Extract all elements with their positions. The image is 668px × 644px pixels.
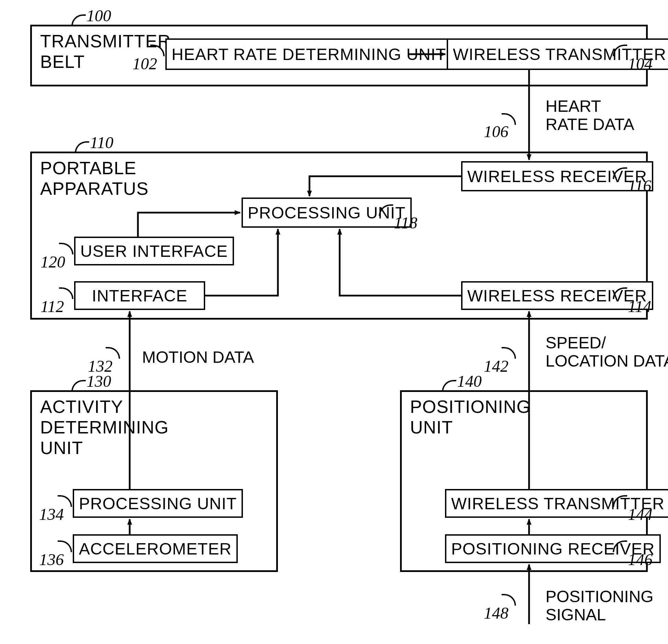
ref-104: 104 xyxy=(628,54,653,73)
ref-134: 134 xyxy=(39,505,64,524)
ref-106: 106 xyxy=(484,122,508,141)
box-hr-determining-unit: HEART RATE DETERMINING UNIT xyxy=(165,38,452,70)
ref-140: 140 xyxy=(457,372,482,391)
ref-120: 120 xyxy=(40,252,65,271)
ref-100: 100 xyxy=(86,6,111,25)
ref-hook xyxy=(442,380,456,392)
ref-hook xyxy=(71,380,86,392)
ref-118: 118 xyxy=(394,213,417,232)
signal-positioning: POSITIONING SIGNAL xyxy=(546,588,654,624)
ref-142: 142 xyxy=(484,357,508,375)
box-user-interface: USER INTERFACE xyxy=(74,237,234,265)
signal-speed-location: SPEED/ LOCATION DATA xyxy=(546,334,668,370)
ref-hook xyxy=(75,141,89,153)
ref-130: 130 xyxy=(86,372,111,391)
ref-114: 114 xyxy=(628,297,651,316)
ref-144: 144 xyxy=(628,505,653,524)
ref-110: 110 xyxy=(90,133,113,152)
signal-motion-data: MOTION DATA xyxy=(142,348,254,367)
ref-148: 148 xyxy=(484,604,508,622)
ref-136: 136 xyxy=(39,550,64,569)
ref-146: 146 xyxy=(628,550,653,569)
ref-116: 116 xyxy=(628,176,651,195)
portable-apparatus-title: PORTABLE APPARATUS xyxy=(40,158,149,199)
ref-112: 112 xyxy=(40,297,64,316)
ref-hook xyxy=(71,14,86,26)
box-processing-unit-activity: PROCESSING UNIT xyxy=(73,489,243,518)
box-interface: INTERFACE xyxy=(74,281,205,310)
box-accelerometer: ACCELEROMETER xyxy=(73,534,238,563)
positioning-unit-title: POSITIONING UNIT xyxy=(410,397,531,438)
diagram-root: TRANSMITTER BELT 100 HEART RATE DETERMIN… xyxy=(10,10,652,628)
ref-102: 102 xyxy=(132,54,157,73)
signal-heart-rate: HEART RATE DATA xyxy=(546,97,634,134)
activity-unit-title: ACTIVITY DETERMINING UNIT xyxy=(40,397,169,458)
